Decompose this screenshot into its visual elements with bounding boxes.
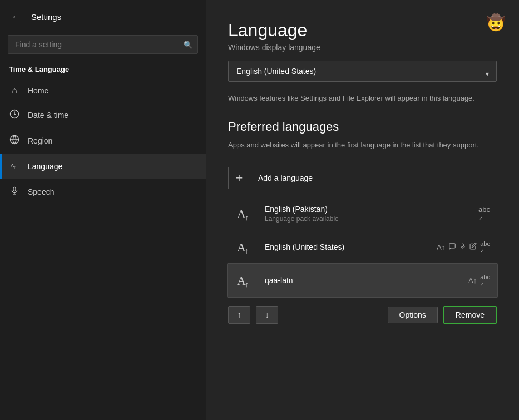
- lang-info: English (United States): [265, 243, 429, 251]
- svg-text:↑: ↑: [245, 247, 249, 255]
- badge-abc3: abc✓: [480, 274, 490, 287]
- badge-pen-icon: [469, 243, 477, 251]
- sidebar-item-region[interactable]: Region: [0, 128, 206, 154]
- lang-info: qaa-latn: [265, 276, 461, 285]
- language-icon: A ↑: [9, 160, 20, 172]
- display-lang-select-wrapper: English (United States) ▾: [228, 61, 497, 87]
- move-down-button[interactable]: ↓: [256, 306, 278, 324]
- svg-text:↑: ↑: [245, 214, 249, 222]
- sidebar-item-language[interactable]: A ↑ Language: [0, 154, 206, 179]
- lang-badges: abc✓: [478, 205, 490, 222]
- add-icon: +: [228, 167, 250, 189]
- language-glyph-icon: A ↑: [235, 202, 257, 225]
- options-button[interactable]: Options: [388, 307, 438, 323]
- list-item[interactable]: A ↑ qaa-latn A↑ abc✓: [228, 264, 497, 297]
- sidebar: ← Settings 🔍 Time & Language ⌂ Home Date…: [0, 0, 206, 420]
- home-icon: ⌂: [9, 86, 20, 96]
- list-item[interactable]: A ↑ English (United States) A↑ abc✓: [228, 230, 497, 264]
- svg-rect-11: [462, 244, 464, 247]
- sidebar-header: ← Settings: [0, 0, 206, 31]
- lang-badges: A↑ abc✓: [437, 240, 490, 254]
- sidebar-item-region-label: Region: [28, 136, 52, 145]
- display-lang-description: Windows features like Settings and File …: [228, 93, 497, 104]
- badge-mic-icon: [459, 243, 466, 252]
- badge-abc2: abc✓: [480, 240, 490, 254]
- lang-name: qaa-latn: [265, 276, 461, 285]
- sidebar-item-home-label: Home: [28, 86, 48, 95]
- list-item[interactable]: A ↑ English (Pakistan) Language pack ava…: [228, 197, 497, 230]
- sidebar-item-home[interactable]: ⌂ Home: [0, 79, 206, 102]
- search-input[interactable]: [8, 35, 198, 54]
- search-box: 🔍: [8, 35, 198, 54]
- page-title: Language: [228, 20, 497, 41]
- badge-keyboard-icon: A↑: [437, 243, 445, 251]
- preferred-langs-description: Apps and websites will appear in the fir…: [228, 140, 497, 151]
- sidebar-item-datetime-label: Date & time: [28, 111, 68, 120]
- display-lang-select[interactable]: English (United States): [228, 61, 497, 82]
- add-language-label: Add a language: [258, 174, 313, 182]
- region-icon: [9, 135, 20, 147]
- sidebar-item-speech-label: Speech: [28, 187, 54, 196]
- svg-rect-4: [13, 187, 16, 191]
- clock-icon: [9, 109, 20, 121]
- display-lang-heading: Windows display language: [228, 43, 497, 52]
- main-content: 🤠 Language Windows display language Engl…: [206, 0, 519, 420]
- lang-name: English (United States): [265, 243, 429, 251]
- language-glyph-icon: A ↑: [235, 236, 257, 258]
- avatar: 🤠: [483, 10, 508, 34]
- avatar-emoji: 🤠: [486, 13, 506, 32]
- lang-toolbar: ↑ ↓ Options Remove: [228, 303, 497, 324]
- badge-abc: abc✓: [478, 205, 490, 222]
- microphone-icon: [9, 186, 20, 198]
- sidebar-item-speech[interactable]: Speech: [0, 179, 206, 205]
- svg-text:↑: ↑: [14, 165, 16, 170]
- lang-info: English (Pakistan) Language pack availab…: [265, 205, 471, 223]
- sidebar-item-language-label: Language: [28, 162, 62, 171]
- language-list: + Add a language A ↑ English (Pakistan) …: [228, 161, 497, 297]
- add-language-button[interactable]: + Add a language: [228, 161, 497, 195]
- preferred-langs-heading: Preferred languages: [228, 120, 497, 134]
- move-up-button[interactable]: ↑: [228, 306, 250, 324]
- search-icon: 🔍: [184, 41, 192, 49]
- lang-sub: Language pack available: [265, 215, 471, 223]
- sidebar-item-datetime[interactable]: Date & time: [0, 102, 206, 128]
- back-button[interactable]: ←: [9, 9, 23, 25]
- sidebar-title: Settings: [31, 12, 61, 22]
- svg-text:↑: ↑: [245, 280, 249, 289]
- language-glyph-icon: A ↑: [235, 269, 257, 291]
- lang-name: English (Pakistan): [265, 205, 471, 214]
- remove-button[interactable]: Remove: [443, 306, 497, 324]
- badge-keyboard2-icon: A↑: [468, 276, 477, 285]
- section-label: Time & Language: [0, 62, 206, 79]
- badge-chat-icon: [448, 243, 456, 252]
- lang-badges: A↑ abc✓: [468, 274, 490, 287]
